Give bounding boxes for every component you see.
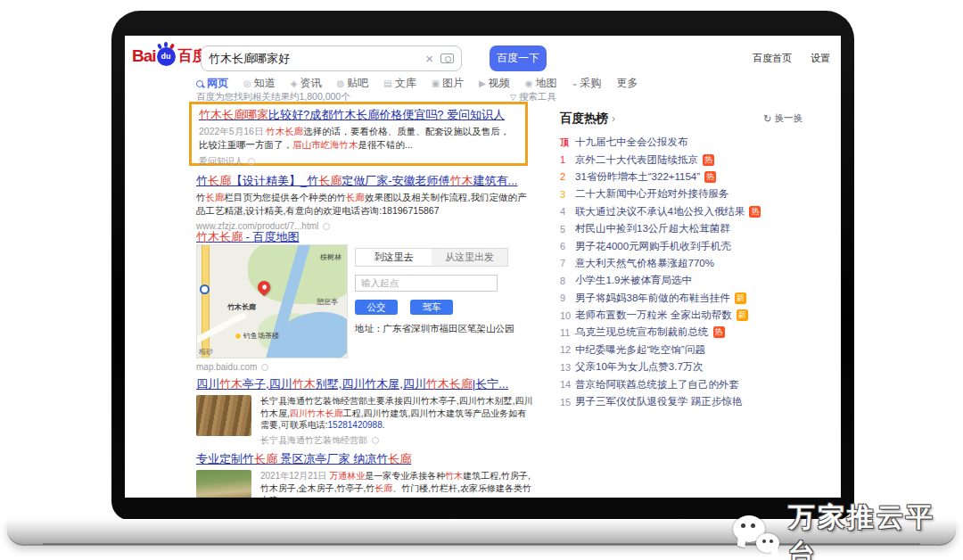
- baidu-logo[interactable]: Bai du 百度: [132, 46, 207, 66]
- hot-item-text[interactable]: 意大利天然气价格暴涨超770%: [575, 257, 714, 270]
- baidu-logo-bai: Bai: [132, 46, 156, 66]
- hot-item-text[interactable]: 联大通过决议不承认4地公投入俄结果: [575, 205, 745, 218]
- link-baidu-home[interactable]: 百度首页: [753, 53, 792, 63]
- hot-rank: 6: [560, 241, 575, 251]
- drive-button[interactable]: 驾车: [410, 300, 453, 315]
- map-result-title-link[interactable]: 竹木长廊 - 百度地图: [196, 230, 300, 244]
- zixun-icon: ◈: [291, 78, 298, 88]
- watermark-text: 万家推云平台: [788, 499, 963, 560]
- hot-item-text[interactable]: 老师布置数一万粒米 全家出动帮数: [575, 309, 732, 322]
- hot-item-text[interactable]: 十九届七中全会公报发布: [575, 136, 688, 149]
- hot-item-14[interactable]: 14普京给阿联酋总统披上了自己的外套: [560, 375, 806, 392]
- snapshot-icon[interactable]: [323, 223, 330, 230]
- tab-tieba[interactable]: ◍贴吧: [336, 76, 368, 91]
- tab-wenku[interactable]: ▤文库: [383, 76, 416, 91]
- tab-zixun[interactable]: ◈资讯: [291, 76, 322, 91]
- snapshot-icon[interactable]: [261, 364, 268, 371]
- baidu-search-button[interactable]: 百度一下: [490, 45, 547, 71]
- hot-item-1[interactable]: 1京外二十大代表团陆续抵京热: [560, 151, 806, 168]
- search-input[interactable]: 竹木长廊哪家好 ×: [201, 45, 462, 71]
- result-2-title-link[interactable]: 竹长廊【设计精美】_竹长廊定做厂家-安徽老师傅竹木建筑有...: [196, 174, 528, 188]
- hot-item-9[interactable]: 9男子将妈妈38年前做的布鞋当挂件新: [560, 290, 806, 307]
- hot-item-text[interactable]: 京外二十大代表团陆续抵京: [575, 153, 698, 167]
- hot-item-13[interactable]: 13父亲10年为女儿点赞3.7万次: [560, 358, 806, 375]
- hot-item-3[interactable]: 3二十大新闻中心开始对外接待服务: [560, 185, 806, 202]
- tab-video[interactable]: ▶视频: [479, 76, 510, 91]
- hot-item-text[interactable]: 男子花4000元网购手机收到手机壳: [575, 240, 731, 253]
- hot-rank: 11: [560, 327, 575, 338]
- hot-item-10[interactable]: 10老师布置数一万粒米 全家出动帮数新: [560, 307, 806, 324]
- hot-item-5[interactable]: 5村民山中捡到13公斤超大松茸菌群: [560, 220, 806, 237]
- map-thumbnail[interactable]: 桉树林 憩息亭 竹木长廊 钓鱼场茶楼 梅砂: [196, 244, 348, 358]
- hot-rank: 10: [560, 310, 575, 321]
- hot-item-text[interactable]: 男子将妈妈38年前做的布鞋当挂件: [575, 292, 730, 305]
- link-settings[interactable]: 设置: [811, 53, 830, 63]
- hot-item-text[interactable]: 小学生1.9米被体育局选中: [575, 274, 692, 287]
- wenku-icon: ▤: [383, 78, 391, 88]
- watermark: 万家推云平台: [733, 499, 963, 560]
- clear-icon[interactable]: ×: [425, 51, 433, 66]
- map-address: 地址：广东省深圳市福田区笔架山公园: [355, 323, 547, 335]
- hot-rank: 1: [560, 154, 575, 165]
- hot-item-text[interactable]: 中纪委曝光多起“吃空饷”问题: [575, 343, 705, 357]
- result-4-title-link[interactable]: 四川竹木亭子,四川竹木别墅,四川竹木屋,四川竹木长廊|长宁...: [196, 377, 533, 391]
- map-road: [202, 245, 210, 358]
- laptop-bezel: Bai du 百度 竹木长廊哪家好 × 百度一下 百度首页 设置 网页◎知道◈资…: [111, 11, 854, 521]
- tab-more[interactable]: 更多: [617, 76, 638, 91]
- refresh-icon: ↻: [763, 113, 771, 125]
- video-icon: ▶: [479, 78, 486, 88]
- hot-item-顶[interactable]: 顶十九届七中全会公报发布: [560, 134, 806, 151]
- result-1-source: 爱问知识人: [199, 155, 518, 168]
- tab-webpage[interactable]: 网页: [196, 76, 228, 91]
- start-point-input[interactable]: 输入起点: [355, 275, 498, 292]
- refresh-button[interactable]: ↻ 换一换: [763, 112, 802, 125]
- result-4-snippet: 长宁县海通竹艺装饰经营部主要承接四川竹木亭子,四川竹木别墅,四川竹木屋,四川竹木…: [260, 395, 533, 432]
- map-directions-panel: 到这里去 从这里出发 输入起点 公交 驾车 地址：广东省深圳市福田区笔架山公园: [355, 248, 547, 335]
- camera-icon[interactable]: [440, 54, 454, 63]
- hot-item-text[interactable]: 普京给阿联酋总统披上了自己的外套: [575, 378, 739, 391]
- baidu-paw-icon: du: [157, 47, 176, 66]
- page-background: Bai du 百度 竹木长廊哪家好 × 百度一下 百度首页 设置 网页◎知道◈资…: [0, 0, 963, 560]
- tieba-icon: ◍: [336, 78, 344, 88]
- new-badge: 新: [735, 292, 746, 304]
- result-5-title-link[interactable]: 专业定制竹长廊 景区凉亭厂家 纳凉竹长廊: [196, 452, 533, 466]
- result-4-thumbnail[interactable]: [196, 395, 251, 436]
- hot-item-text[interactable]: 二十大新闻中心开始对外接待服务: [575, 187, 729, 201]
- result-1-title-link[interactable]: 竹木长廊哪家比较好?成都竹木长廊价格便宜吗? 爱问知识人: [199, 108, 518, 122]
- hot-item-4[interactable]: 4联大通过决议不承认4地公投入俄结果热: [560, 203, 806, 220]
- result-5-thumbnail[interactable]: [196, 470, 251, 498]
- hot-item-7[interactable]: 7意大利天然气价格暴涨超770%: [560, 255, 806, 272]
- top-pin-icon: 顶: [560, 136, 575, 149]
- hot-list-title[interactable]: 百度热榜: [560, 111, 608, 127]
- hot-rank: 9: [560, 292, 575, 303]
- hot-item-12[interactable]: 12中纪委曝光多起“吃空饷”问题: [560, 342, 806, 358]
- hot-item-15[interactable]: 15男子三军仪仗队退役复学 踢正步惊艳: [560, 393, 806, 410]
- hot-rank: 7: [560, 258, 575, 268]
- hot-rank: 3: [560, 189, 575, 200]
- tab-zhidao[interactable]: ◎知道: [243, 76, 276, 91]
- hot-item-text[interactable]: 男子三军仪仗队退役复学 踢正步惊艳: [575, 395, 742, 408]
- tab-from-here[interactable]: 从这里出发: [432, 249, 507, 266]
- hot-item-6[interactable]: 6男子花4000元网购手机收到手机壳: [560, 237, 806, 254]
- map-direction-tabs: 到这里去 从这里出发: [355, 248, 508, 267]
- hot-item-2[interactable]: 231省份昨增本土“322+1154”热: [560, 169, 806, 185]
- snapshot-icon[interactable]: [372, 437, 379, 444]
- map-icon: ◉: [525, 78, 533, 88]
- hot-item-text[interactable]: 31省份昨增本土“322+1154”: [575, 170, 700, 184]
- tab-image[interactable]: ▣图片: [432, 76, 464, 91]
- hot-item-text[interactable]: 村民山中捡到13公斤超大松茸菌群: [575, 222, 730, 235]
- tab-map[interactable]: ◉地图: [525, 76, 557, 91]
- hot-rank: 15: [560, 397, 575, 408]
- map-label: 憩息亭: [317, 297, 338, 307]
- bus-button[interactable]: 公交: [355, 300, 398, 315]
- result-4: 四川竹木亭子,四川竹木别墅,四川竹木屋,四川竹木长廊|长宁... 长宁县海通竹艺…: [196, 377, 533, 447]
- hot-item-text[interactable]: 父亲10年为女儿点赞3.7万次: [575, 360, 704, 374]
- hot-item-text[interactable]: 乌克兰现总统宣布制裁前总统: [575, 325, 709, 339]
- tab-caigou[interactable]: ◒采购: [572, 76, 602, 91]
- hot-rank: 8: [560, 276, 575, 286]
- search-query-text[interactable]: 竹木长廊哪家好: [209, 51, 425, 67]
- hot-item-11[interactable]: 11乌克兰现总统宣布制裁前总统热: [560, 324, 806, 341]
- tab-go-here[interactable]: 到这里去: [356, 249, 432, 266]
- snapshot-icon[interactable]: [248, 158, 255, 165]
- hot-item-8[interactable]: 8小学生1.9米被体育局选中: [560, 272, 806, 289]
